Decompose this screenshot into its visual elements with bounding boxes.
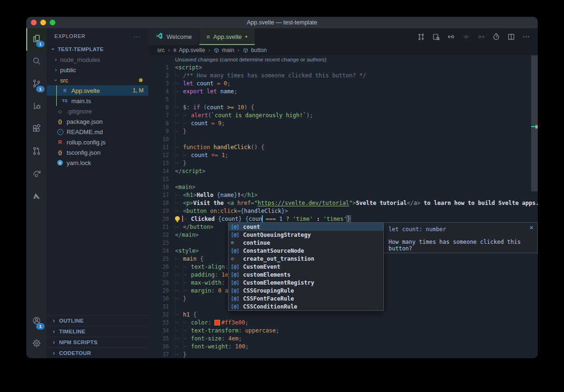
project-root-row[interactable]: › TEST-TEMPLATE <box>47 44 148 54</box>
code-line-1[interactable]: 1<script> <box>148 63 538 71</box>
code-line-17[interactable]: 17→<h1>Hello {name}!</h1> <box>148 191 538 199</box>
code-line-15[interactable]: 15 <box>148 175 538 183</box>
activity-settings-button[interactable] <box>26 333 47 355</box>
suggestion-cssconditionrule[interactable]: [@]CSSConditionRule <box>229 302 383 310</box>
activity-search-button[interactable] <box>26 51 47 73</box>
section-timeline[interactable]: ›TIMELINE <box>47 326 148 337</box>
breakpoint-circle-icon[interactable] <box>462 33 470 41</box>
section-outline[interactable]: ›OUTLINE <box>47 315 148 326</box>
more-actions-icon[interactable] <box>522 33 530 41</box>
compare-changes-icon[interactable] <box>417 33 425 41</box>
code-line-12[interactable]: 12→→count += 1; <box>148 151 538 159</box>
token: h1 <box>183 311 193 318</box>
activity-source-control-button[interactable]: 1 <box>26 73 47 96</box>
section-npm-scripts[interactable]: ›NPM SCRIPTS <box>47 337 148 347</box>
minimize-window-button[interactable] <box>40 20 46 25</box>
code-line-33[interactable]: 33→→color: #ff3e00; <box>148 318 538 326</box>
close-window-button[interactable] <box>31 20 37 25</box>
code-line-16[interactable]: 16<main> <box>148 183 538 191</box>
activity-extensions-button[interactable] <box>26 118 47 141</box>
breadcrumb-item-src[interactable]: src <box>157 47 165 53</box>
misspelled-token: coun <box>249 216 262 222</box>
run-timer-icon[interactable] <box>492 33 500 41</box>
suggestion-create_out_transition[interactable]: ◇create_out_transition <box>229 255 383 263</box>
code-line-4[interactable]: 4→export let name; <box>148 87 538 95</box>
tree-item-tsconfig-json[interactable]: {}tsconfig.json <box>47 147 148 158</box>
info-glyph: i <box>57 129 63 135</box>
suggestion-constantsourcenode[interactable]: [@]ConstantSourceNode <box>229 247 383 255</box>
open-preview-icon[interactable] <box>432 33 440 41</box>
tree-item-readme-md[interactable]: iREADME.md <box>47 127 148 137</box>
suggestion-customevent[interactable]: [@]CustomEvent <box>229 263 383 271</box>
code-line-6[interactable]: 6→$: if (count >= 10) { <box>148 103 538 111</box>
sidebar-more-actions-icon[interactable]: ··· <box>133 33 141 40</box>
code-line-11[interactable]: 11→function handleClick() { <box>148 143 538 151</box>
code-line-37[interactable]: 37→} <box>148 350 538 358</box>
tree-item-label: .gitignore <box>67 108 91 115</box>
token: Visit the <box>193 200 227 206</box>
tab-label: App.svelte <box>213 33 242 40</box>
activity-azure-button[interactable] <box>26 186 47 208</box>
code-line-20[interactable]: 20→→Clicked {count} {coun === 1 ? 'time'… <box>148 215 538 223</box>
code-line-32[interactable]: 32→h1 { <box>148 310 538 318</box>
activity-explorer-button[interactable]: 1 <box>26 28 47 51</box>
suggestion-label: count <box>243 224 260 230</box>
suggestion-continue[interactable]: ≡continue <box>229 239 383 247</box>
suggestion-customelements[interactable]: [@]customElements <box>229 271 383 279</box>
token: </ <box>183 224 190 230</box>
tree-item-public[interactable]: ›public <box>47 65 148 75</box>
code-line-34[interactable]: 34→→text-transform: uppercase; <box>148 326 538 334</box>
tree-item-yarn-lock[interactable]: yyarn.lock <box>47 158 148 168</box>
suggestion-customelementregistry[interactable]: [@]CustomElementRegistry <box>229 279 383 286</box>
chevron-right-icon: › <box>52 339 56 346</box>
tree-item--gitignore[interactable]: ◇.gitignore <box>47 106 148 116</box>
row-body <box>169 239 175 247</box>
section-codetour[interactable]: ›CODETOUR <box>47 347 148 358</box>
suggestion-cssgroupingrule[interactable]: [@]CSSGroupingRule <box>229 286 383 294</box>
tree-item-src[interactable]: ›src <box>47 75 148 85</box>
navigate-forward-icon[interactable] <box>477 33 485 41</box>
vertical-scrollbar[interactable] <box>531 55 538 191</box>
navigate-back-icon[interactable] <box>447 33 455 41</box>
code-line-8[interactable]: 8→→count = 9; <box>148 119 538 127</box>
suggestion-countqueuingstrategy[interactable]: [@]CountQueuingStrategy <box>229 231 383 239</box>
breadcrumb-item-button[interactable]: button <box>243 47 267 53</box>
suggestion-cssfontfacerule[interactable]: [@]CSSFontFaceRule <box>229 294 383 302</box>
code-line-13[interactable]: 13→} <box>148 159 538 167</box>
tree-item-app-svelte[interactable]: ≡App.svelte1, M <box>47 85 148 96</box>
activity-live-share-button[interactable] <box>26 163 47 186</box>
code-line-9[interactable]: 9→} <box>148 127 538 135</box>
suggestion-count[interactable]: [@]count <box>229 223 383 231</box>
code-line-19[interactable]: 19→<button on:click={handleClick}> <box>148 207 538 215</box>
split-editor-icon[interactable] <box>507 33 515 41</box>
tree-item-main-ts[interactable]: TSmain.ts <box>47 96 148 106</box>
tab-app-svelte[interactable]: ≡App.svelte● <box>199 28 255 45</box>
code-line-36[interactable]: 36→→font-weight: 100; <box>148 342 538 350</box>
breadcrumb-item-main[interactable]: main <box>213 47 234 53</box>
tree-item-package-json[interactable]: {}package.json <box>47 116 148 127</box>
lightbulb-icon[interactable] <box>175 216 180 221</box>
code-line-14[interactable]: 14</script> <box>148 167 538 175</box>
code-editor[interactable]: Unsaved changes (cannot determine recent… <box>148 55 538 358</box>
row-body: →→text-transform: uppercase; <box>169 326 279 334</box>
project-name: TEST-TEMPLATE <box>58 46 104 52</box>
activity-account-button[interactable]: 1 <box>26 310 47 333</box>
breadcrumb[interactable]: src›≡App.svelte›main›button <box>148 45 538 55</box>
ts-glyph: TS <box>62 98 68 103</box>
code-line-10[interactable]: 10 <box>148 135 538 143</box>
tree-item-label: README.md <box>67 128 103 136</box>
code-line-7[interactable]: 7→→alert(`count is dangerously high!`); <box>148 111 538 119</box>
breadcrumb-item-app-svelte[interactable]: ≡App.svelte <box>173 47 205 53</box>
tree-item-rollup-config-js[interactable]: Rrollup.config.js <box>47 137 148 147</box>
code-line-2[interactable]: 2→/** How many times has someone clicked… <box>148 71 538 79</box>
code-line-35[interactable]: 35→→font-size: 4em; <box>148 334 538 342</box>
code-line-18[interactable]: 18→<p>Visit the <a href="https://svelte.… <box>148 199 538 207</box>
code-line-3[interactable]: 3→let count = 0; <box>148 79 538 87</box>
zoom-window-button[interactable] <box>50 20 55 25</box>
activity-run-debug-button[interactable] <box>26 96 47 118</box>
tab-welcome[interactable]: Welcome <box>148 28 199 45</box>
close-icon[interactable]: × <box>530 224 534 231</box>
tree-item-node-modules[interactable]: ›node_modules <box>47 54 148 65</box>
code-line-5[interactable]: 5 <box>148 95 538 103</box>
activity-pull-request-button[interactable] <box>26 141 47 163</box>
